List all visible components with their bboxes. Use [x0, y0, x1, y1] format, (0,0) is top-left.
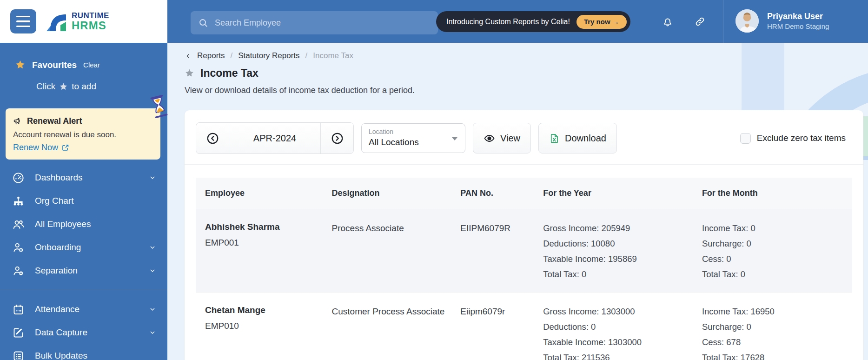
breadcrumb-current: Income Tax — [313, 51, 353, 60]
chevron-down-icon — [149, 306, 156, 313]
breadcrumb-back-icon[interactable] — [185, 53, 192, 60]
employee-search — [191, 11, 438, 34]
calendar-icon — [12, 303, 25, 316]
designation-cell: Process Associate — [323, 209, 451, 292]
download-button[interactable]: Download — [538, 123, 617, 153]
favourites-title: Favourites — [32, 60, 77, 70]
report-card: APR-2024 Location All Locations View — [185, 110, 863, 360]
favourites-star-icon — [15, 60, 26, 70]
chevron-down-icon — [149, 329, 156, 336]
renewal-alert-body: Account renewal is due soon. — [13, 130, 153, 140]
gauge-icon — [12, 172, 25, 184]
main-content: Reports / Statutory Reports / Income Tax… — [167, 43, 868, 360]
sidebar-item-attendance[interactable]: Attendance — [0, 298, 167, 321]
logo-text-top: RUNTIME — [72, 12, 109, 20]
sidebar-item-separation[interactable]: Separation — [0, 259, 167, 282]
period-value[interactable]: APR-2024 — [229, 123, 321, 153]
user-org: HRM Demo Staging — [767, 22, 829, 31]
banner-text: Introducing Custom Reports by Celia! — [446, 18, 570, 26]
favourites-hint: Click to add — [36, 81, 167, 92]
sidebar-item-bulk-updates[interactable]: Bulk Updates — [0, 344, 167, 360]
hint-star-icon — [59, 82, 68, 91]
sidebar-item-onboarding[interactable]: Onboarding — [0, 236, 167, 259]
table-header-row: Employee Designation PAN No. For the Yea… — [196, 178, 852, 209]
period-selector: APR-2024 — [196, 122, 354, 154]
sidebar-brand-bar: RUNTIME HRMS — [0, 0, 167, 43]
sidebar: RUNTIME HRMS Favourites Clear Click to a… — [0, 0, 167, 360]
month-cell: Income Tax: 0 Surcharge: 0 Cess: 0 Total… — [693, 209, 852, 292]
table-row: Chetan Mange EMP010 Customer Process Ass… — [196, 293, 852, 360]
previous-month-button[interactable] — [196, 123, 229, 153]
people-icon — [12, 218, 25, 231]
search-icon — [198, 18, 208, 28]
month-cell: Income Tax: 16950 Surcharge: 0 Cess: 678… — [693, 293, 852, 360]
caret-down-icon — [452, 137, 457, 140]
chevron-down-icon — [149, 244, 156, 251]
search-input[interactable] — [214, 18, 431, 28]
renewal-alert-card: Renewal Alert Account renewal is due soo… — [6, 108, 160, 160]
favourites-clear-link[interactable]: Clear — [83, 61, 100, 69]
col-for-the-year: For the Year — [534, 178, 693, 209]
location-label: Location — [369, 128, 458, 135]
favourite-toggle-star-icon[interactable] — [185, 68, 194, 78]
location-value: All Locations — [369, 137, 458, 147]
chevron-down-icon — [149, 267, 156, 274]
next-month-button[interactable] — [321, 123, 353, 153]
eye-icon — [484, 133, 495, 144]
person-plus-icon — [12, 241, 25, 254]
page-title: Income Tax — [200, 67, 258, 80]
renew-now-link[interactable]: Renew Now — [13, 143, 153, 153]
org-chart-icon — [12, 195, 25, 207]
income-tax-table: Employee Designation PAN No. For the Yea… — [196, 178, 852, 360]
sidebar-item-dashboards[interactable]: Dashboards — [0, 166, 167, 189]
col-employee: Employee — [196, 178, 323, 209]
external-link-icon — [61, 144, 69, 152]
col-for-the-month: For the Month — [693, 178, 852, 209]
notifications-bell-icon[interactable] — [662, 16, 674, 28]
year-cell: Gross Income: 1303000 Deductions: 0 Taxa… — [534, 293, 693, 360]
employee-name: Abhishek Sharma — [205, 220, 318, 233]
employee-code: EMP010 — [205, 320, 318, 332]
view-button[interactable]: View — [473, 123, 531, 153]
col-designation: Designation — [323, 178, 451, 209]
sidebar-item-org-chart[interactable]: Org Chart — [0, 189, 167, 213]
breadcrumb-reports[interactable]: Reports — [197, 51, 225, 60]
logo-mark-icon — [45, 11, 68, 32]
employee-code: EMP001 — [205, 236, 318, 249]
person-minus-icon — [12, 265, 25, 277]
link-icon[interactable] — [694, 16, 706, 27]
hamburger-menu-button[interactable] — [10, 9, 36, 33]
logo-text-bottom: HRMS — [72, 20, 109, 31]
exclude-zero-tax-label: Exclude zero tax items — [757, 133, 846, 143]
location-select[interactable]: Location All Locations — [361, 123, 465, 153]
pan-cell: EIIPM6079R — [451, 209, 534, 292]
checkbox-box — [740, 133, 751, 144]
megaphone-icon — [13, 117, 22, 126]
app-logo[interactable]: RUNTIME HRMS — [45, 11, 109, 32]
checklist-icon — [12, 350, 25, 360]
try-now-button[interactable]: Try now → — [576, 15, 627, 29]
excel-file-icon — [549, 133, 560, 144]
pan-cell: Eiipm6079r — [451, 293, 534, 360]
edit-icon — [12, 327, 25, 339]
report-toolbar: APR-2024 Location All Locations View — [185, 110, 863, 165]
breadcrumb: Reports / Statutory Reports / Income Tax — [185, 51, 353, 60]
sidebar-item-data-capture[interactable]: Data Capture — [0, 321, 167, 344]
year-cell: Gross Income: 205949 Deductions: 10080 T… — [534, 209, 693, 292]
topbar-divider — [723, 0, 723, 43]
user-name: Priyanka User — [767, 11, 829, 22]
col-pan: PAN No. — [451, 178, 534, 209]
sidebar-item-all-employees[interactable]: All Employees — [0, 213, 167, 236]
exclude-zero-tax-checkbox[interactable]: Exclude zero tax items — [740, 133, 853, 144]
page-subtitle: View or download details of income tax d… — [185, 86, 415, 95]
breadcrumb-statutory-reports[interactable]: Statutory Reports — [238, 51, 299, 60]
announcement-banner: Introducing Custom Reports by Celia! Try… — [436, 11, 630, 32]
avatar — [735, 9, 759, 33]
renewal-alert-title: Renewal Alert — [27, 116, 82, 126]
chevron-down-icon — [149, 174, 156, 181]
nav-divider — [0, 290, 167, 290]
table-row: Abhishek Sharma EMP001 Process Associate… — [196, 209, 852, 293]
user-menu[interactable]: Priyanka User HRM Demo Staging — [735, 9, 829, 33]
hourglass-cursor-icon — [149, 94, 170, 120]
topbar: Introducing Custom Reports by Celia! Try… — [167, 0, 868, 43]
